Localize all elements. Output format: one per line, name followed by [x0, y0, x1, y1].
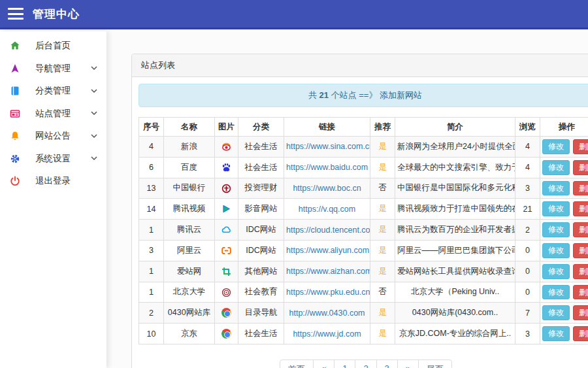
cell-site-name: 中国银行 — [164, 178, 215, 199]
cell-category: 影音网站 — [238, 199, 284, 220]
site-link[interactable]: https://v.qq.com — [299, 205, 355, 214]
table-row: 1 腾讯云 IDC网站 https://cloud.tencent.com 是 … — [139, 220, 588, 241]
col-header-image: 图片 — [215, 118, 238, 137]
edit-button[interactable]: 修改 — [542, 326, 570, 341]
cell-link: https://v.qq.com — [284, 199, 370, 220]
delete-button[interactable]: 删除 — [573, 264, 588, 279]
cell-category: IDC网站 — [238, 220, 284, 241]
delete-button[interactable]: 删除 — [573, 201, 588, 216]
page-1[interactable]: 1 — [334, 360, 355, 368]
sidebar-item-announcement[interactable]: 网站公告 — [0, 125, 106, 148]
edit-button[interactable]: 修改 — [542, 160, 570, 175]
delete-button[interactable]: 删除 — [573, 160, 588, 175]
cell-category: 社会教育 — [238, 282, 284, 303]
edit-button[interactable]: 修改 — [542, 201, 570, 216]
cell-site-name: 新浪 — [164, 137, 215, 158]
card-title: 站点列表 — [132, 54, 588, 77]
page-last[interactable]: 尾页 — [418, 360, 452, 368]
cell-serial-number: 1 — [139, 282, 164, 303]
sidebar-item-label: 退出登录 — [35, 175, 71, 187]
chevron-down-icon — [91, 156, 97, 161]
sidebar-item-settings[interactable]: 系统设置 — [0, 148, 106, 171]
cell-description: 腾讯视频致力于打造中国领先的在线.. — [395, 199, 515, 220]
cell-category: IDC网站 — [238, 240, 284, 261]
cell-views: 3 — [515, 324, 540, 344]
site-link[interactable]: https://www.baidu.com — [286, 163, 368, 172]
tencent-video-favicon — [215, 199, 238, 220]
globe-favicon — [215, 324, 238, 344]
cell-serial-number: 14 — [139, 199, 164, 220]
site-link[interactable]: https://www.pku.edu.cn — [286, 288, 370, 297]
chevron-down-icon — [91, 134, 97, 139]
edit-button[interactable]: 修改 — [542, 181, 570, 196]
alert-text-prefix: 共 — [308, 90, 319, 100]
cell-link: https://cloud.tencent.com — [284, 220, 370, 241]
cell-recommended: 是 — [370, 157, 395, 178]
bank-of-china-favicon — [215, 178, 238, 199]
edit-button[interactable]: 修改 — [542, 264, 570, 279]
delete-button[interactable]: 删除 — [573, 222, 588, 237]
cell-recommended: 是 — [370, 240, 395, 261]
announcement-bell-icon — [9, 131, 20, 142]
cell-site-name: 腾讯云 — [164, 220, 215, 241]
site-link[interactable]: https://www.sina.com.cn — [286, 142, 370, 151]
edit-button[interactable]: 修改 — [542, 243, 570, 258]
cell-category: 投资理财 — [238, 178, 284, 199]
site-link[interactable]: https://www.aizhan.com — [286, 267, 370, 276]
cell-recommended: 是 — [370, 324, 395, 344]
edit-button[interactable]: 修改 — [542, 139, 570, 154]
cell-serial-number: 4 — [139, 137, 164, 158]
delete-button[interactable]: 删除 — [573, 305, 588, 320]
col-header-link: 链接 — [284, 118, 370, 137]
table-row: 3 阿里云 IDC网站 https://www.aliyun.com 是 阿里云… — [139, 240, 588, 261]
delete-button[interactable]: 删除 — [573, 139, 588, 154]
main-content: 站点列表 共 21 个站点 ==》 添加新网站 序号 名称 图片 分类 — [106, 31, 588, 368]
cell-views: 3 — [515, 178, 540, 199]
menu-hamburger-icon[interactable] — [8, 8, 24, 20]
edit-button[interactable]: 修改 — [542, 305, 570, 320]
page-first[interactable]: 首页 — [280, 360, 314, 368]
table-row: 10 京东 社会生活 https://www.jd.com 是 京东JD.COM… — [139, 324, 588, 344]
sidebar-item-sites[interactable]: 站点管理 — [0, 103, 106, 125]
cell-recommended: 否 — [370, 178, 395, 199]
cell-link: https://www.boc.cn — [284, 178, 370, 199]
table-row: 6 百度 社会生活 https://www.baidu.com 是 全球最大的中… — [139, 157, 588, 178]
cell-description: 北京大学（Peking Univ.. — [395, 282, 515, 303]
edit-button[interactable]: 修改 — [542, 222, 570, 237]
site-link[interactable]: https://www.jd.com — [293, 329, 361, 339]
delete-button[interactable]: 删除 — [573, 285, 588, 300]
cell-description: 全球最大的中文搜索引擎、致力于让.. — [395, 157, 515, 178]
page-next[interactable]: » — [397, 360, 419, 368]
sidebar-item-label: 分类管理 — [35, 85, 71, 97]
sidebar-item-dashboard[interactable]: 后台首页 — [0, 35, 106, 58]
sidebar-item-category[interactable]: 分类管理 — [0, 80, 106, 103]
cell-actions: 修改删除 — [540, 261, 588, 282]
page-2[interactable]: 2 — [355, 360, 376, 368]
page-prev[interactable]: « — [313, 360, 335, 368]
site-link[interactable]: http://www.0430.com — [289, 309, 365, 318]
globe-favicon — [215, 303, 238, 324]
app-title: 管理中心 — [33, 7, 80, 22]
cell-views: 0 — [515, 240, 540, 261]
cell-site-name: 0430网站库 — [164, 303, 215, 324]
page-3[interactable]: 3 — [376, 360, 398, 368]
cell-site-name: 爱站网 — [164, 261, 215, 282]
add-site-link[interactable]: 添加新网站 — [380, 90, 422, 100]
delete-button[interactable]: 删除 — [573, 326, 588, 341]
cell-category: 社会生活 — [238, 157, 284, 178]
site-link[interactable]: https://cloud.tencent.com — [286, 226, 370, 235]
aliyun-favicon — [215, 240, 238, 261]
sidebar-item-logout[interactable]: 退出登录 — [0, 170, 106, 193]
site-link[interactable]: https://www.aliyun.com — [286, 246, 369, 255]
site-link[interactable]: https://www.boc.cn — [293, 184, 361, 193]
sidebar-item-label: 后台首页 — [35, 40, 71, 52]
delete-button[interactable]: 删除 — [573, 181, 588, 196]
edit-button[interactable]: 修改 — [542, 285, 570, 300]
delete-button[interactable]: 删除 — [573, 243, 588, 258]
cell-views: 7 — [515, 303, 540, 324]
col-header-name: 名称 — [164, 118, 215, 137]
cell-serial-number: 3 — [139, 240, 164, 261]
cell-actions: 修改删除 — [540, 137, 588, 158]
sidebar-item-navigation[interactable]: 导航管理 — [0, 58, 106, 80]
cell-description: 腾讯云为数百万的企业和开发者提供.. — [395, 220, 515, 241]
